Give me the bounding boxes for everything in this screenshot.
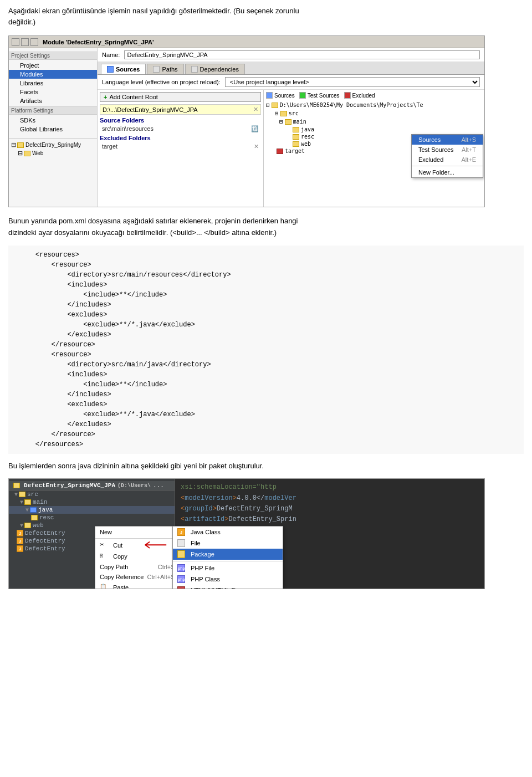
ctx-copy-label: Copy bbox=[113, 553, 127, 560]
file-label: File bbox=[191, 540, 201, 546]
ide2-title: DefectEntry_SpringMVC_JPA (D:\Users\ ... bbox=[9, 481, 175, 490]
add-content-root-btn[interactable]: + Add Content Root bbox=[100, 92, 261, 102]
java-class-icon: J bbox=[177, 528, 185, 536]
java-class-label: Java Class bbox=[191, 529, 221, 535]
titlebar-btn-1[interactable] bbox=[12, 38, 19, 46]
ide-title: Module 'DefectEntry_SpringMVC_JPA' bbox=[43, 39, 154, 45]
ctx-test-sources[interactable]: Test Sources Alt+T bbox=[412, 145, 483, 155]
submenu-package[interactable]: Package bbox=[173, 549, 283, 560]
ide-left-panel: Project Settings Project Modules Librari… bbox=[9, 48, 98, 207]
facets-item[interactable]: Facets bbox=[9, 88, 97, 96]
modules-item[interactable]: Modules bbox=[9, 70, 97, 79]
excluded-folder-value: target bbox=[102, 143, 117, 150]
titlebar-btn-2[interactable] bbox=[21, 38, 29, 46]
html-label: HTML/XHTML file bbox=[191, 587, 239, 589]
ide2-src-icon bbox=[19, 492, 25, 497]
ctx-sources[interactable]: Sources Alt+S bbox=[412, 135, 483, 145]
artifacts-item[interactable]: Artifacts bbox=[9, 96, 97, 105]
tab-dependencies[interactable]: Dependencies bbox=[185, 64, 245, 74]
submenu-file[interactable]: File bbox=[173, 538, 283, 549]
php-file-label: PHP File bbox=[191, 565, 214, 571]
legend-excluded: Excluded bbox=[344, 92, 375, 99]
left-tree: ⊟ DefectEntry_SpringMy ⊟ Web bbox=[9, 138, 97, 157]
ide-titlebar-1: Module 'DefectEntry_SpringMVC_JPA' bbox=[9, 36, 484, 48]
src-folder-icon bbox=[280, 111, 287, 116]
add-root-label: Add Content Root bbox=[109, 94, 157, 100]
paste-icon: 📋 bbox=[100, 584, 108, 589]
ide2-tree-main: ▼ main bbox=[9, 498, 175, 506]
resc-folder-icon bbox=[293, 134, 299, 140]
name-row: Name: bbox=[98, 48, 484, 62]
context-menu-overlay: New ▶ ✂ Cut Ctrl+X ⎘ Copy Ctrl+C Copy Pa… bbox=[95, 526, 196, 589]
content-root-value: D:\...\DefectEntry_SpringMVC_JPA bbox=[103, 106, 198, 113]
content-root-path[interactable]: D:\...\DefectEntry_SpringMVC_JPA ✕ bbox=[100, 104, 261, 115]
ide2-root-icon bbox=[13, 483, 20, 488]
tree-root-path: D:\Users\ME60254\My Documents\MyProjects… bbox=[280, 102, 423, 108]
body1-line1: Bunun yanında pom.xml dosyasına aşağıdak… bbox=[8, 217, 298, 225]
php-class-icon: php bbox=[177, 575, 185, 583]
tab-paths[interactable]: Paths bbox=[147, 64, 183, 74]
submenu-php-class[interactable]: php PHP Class bbox=[173, 574, 283, 585]
project-item[interactable]: Project bbox=[9, 61, 97, 70]
source-tree-panel: Sources Test Sources Excluded bbox=[264, 90, 484, 207]
php-class-label: PHP Class bbox=[191, 576, 220, 582]
lang-level-label: Language level (effective on project rel… bbox=[102, 79, 221, 85]
ide2-tree-java: ▼ java bbox=[9, 506, 175, 514]
ide2-java2-icon: J bbox=[17, 538, 23, 544]
submenu-html[interactable]: HTML HTML/XHTML file bbox=[173, 585, 283, 589]
sdks-item[interactable]: SDKs bbox=[9, 116, 97, 125]
xml-line-3: <groupId>DefectEntry_SpringM bbox=[181, 504, 479, 514]
body1-line2: dizindeki ayar dosyalarını okuyacağı bel… bbox=[8, 228, 277, 237]
excluded-folders-label: Excluded Folders bbox=[100, 135, 261, 141]
cut-icon: ✂ bbox=[100, 541, 108, 549]
lang-level-row: Language level (effective on project rel… bbox=[98, 75, 484, 90]
ctx-test-shortcut: Alt+T bbox=[462, 146, 476, 153]
file-icon bbox=[177, 539, 185, 547]
ide2-web-icon bbox=[24, 523, 31, 528]
page-container: Aşağıdaki ekran görüntüsünde işlemin nas… bbox=[0, 0, 532, 595]
global-libraries-item[interactable]: Global Libraries bbox=[9, 125, 97, 134]
intro-text-1: Aşağıdaki ekran görüntüsünde işlemin nas… bbox=[8, 7, 299, 15]
ide2-main-icon bbox=[24, 499, 31, 505]
submenu-java-class[interactable]: J Java Class bbox=[173, 526, 283, 538]
name-input[interactable] bbox=[124, 50, 480, 59]
name-label: Name: bbox=[102, 52, 120, 58]
intro-paragraph: Aşağıdaki ekran görüntüsünde işlemin nas… bbox=[8, 6, 524, 27]
ide2-tree-src: ▼ src bbox=[9, 490, 175, 498]
ctx-new-folder[interactable]: New Folder... bbox=[412, 167, 483, 177]
ide-body-1: Project Settings Project Modules Librari… bbox=[9, 48, 484, 207]
tree-web: ⊟ Web bbox=[9, 149, 97, 157]
tree-web-label: Web bbox=[32, 150, 43, 156]
libraries-item[interactable]: Libraries bbox=[9, 79, 97, 88]
ide2-title-text: DefectEntry_SpringMVC_JPA bbox=[24, 482, 115, 489]
root-folder-icon bbox=[272, 103, 278, 108]
test-legend-label: Test Sources bbox=[308, 93, 340, 99]
tab-sources[interactable]: Sources bbox=[101, 64, 146, 74]
pkg-icon bbox=[177, 550, 185, 558]
copy-icon: ⎘ bbox=[100, 553, 108, 560]
titlebar-btn-3[interactable] bbox=[30, 38, 38, 46]
ide2-java3-icon: J bbox=[17, 545, 23, 552]
body-text-1: Bunun yanında pom.xml dosyasına aşağıdak… bbox=[8, 216, 524, 239]
project-settings-label: Project Settings bbox=[9, 52, 97, 60]
submenu-php-file[interactable]: php PHP File bbox=[173, 563, 283, 574]
ctx-copy-path-label: Copy Path bbox=[100, 564, 128, 570]
excluded-folder-remove[interactable]: ✕ bbox=[254, 143, 259, 150]
web-folder-icon bbox=[293, 141, 299, 147]
code-line-0: <resources> <resource> <directory>src/ma… bbox=[19, 251, 231, 448]
ctx-excluded[interactable]: Excluded Alt+E bbox=[412, 155, 483, 165]
ide2-java1-icon: J bbox=[17, 530, 23, 536]
ctx-excluded-shortcut: Alt+E bbox=[461, 156, 476, 163]
ctx-new-folder-label: New Folder... bbox=[418, 169, 454, 176]
package-label: Package bbox=[191, 551, 214, 558]
ide2-tree-resc: resc bbox=[9, 514, 175, 522]
ide-screenshot-2: DefectEntry_SpringMVC_JPA (D:\Users\ ...… bbox=[8, 478, 485, 589]
lang-level-select[interactable]: <Use project language level> bbox=[225, 77, 480, 87]
tabs-row: Sources Paths Dependencies bbox=[98, 62, 484, 75]
source-folders-panel: + Add Content Root D:\...\DefectEntry_Sp… bbox=[98, 90, 264, 207]
source-folders-label: Source Folders bbox=[100, 117, 261, 124]
remove-icon[interactable]: ✕ bbox=[253, 106, 258, 113]
target-folder-icon bbox=[277, 149, 283, 154]
xml-attr-1: xsi:schemaLocation="http bbox=[181, 483, 277, 491]
tree-item-root: ⊟ D:\Users\ME60254\My Documents\MyProjec… bbox=[266, 101, 482, 109]
